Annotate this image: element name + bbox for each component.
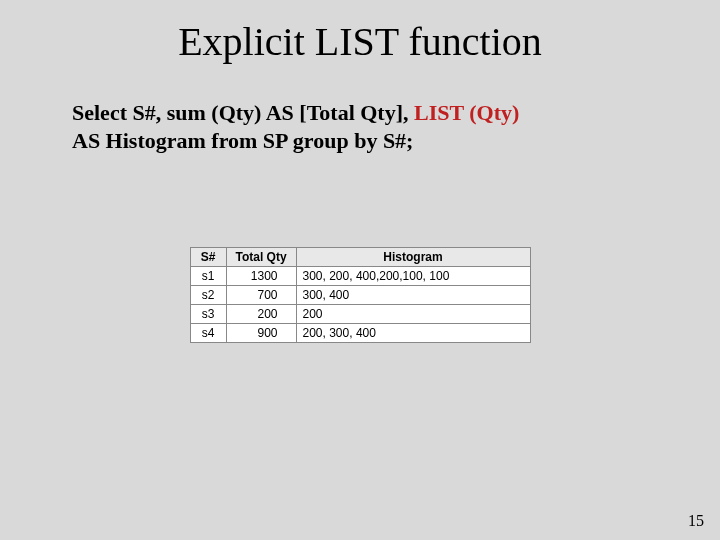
table-row: s3 200 200 bbox=[190, 305, 530, 324]
cell-sn: s2 bbox=[190, 286, 226, 305]
result-table: S# Total Qty Histogram s1 1300 300, 200,… bbox=[190, 247, 531, 343]
cell-tq: 200 bbox=[226, 305, 296, 324]
sql-part-2: AS Histogram from SP group by S#; bbox=[72, 128, 413, 153]
cell-hist: 200 bbox=[296, 305, 530, 324]
page-number: 15 bbox=[688, 512, 704, 530]
col-header-tq: Total Qty bbox=[226, 248, 296, 267]
table-row: s1 1300 300, 200, 400,200,100, 100 bbox=[190, 267, 530, 286]
cell-hist: 300, 400 bbox=[296, 286, 530, 305]
table-header-row: S# Total Qty Histogram bbox=[190, 248, 530, 267]
cell-sn: s3 bbox=[190, 305, 226, 324]
slide: Explicit LIST function Select S#, sum (Q… bbox=[0, 0, 720, 540]
table-row: s4 900 200, 300, 400 bbox=[190, 324, 530, 343]
cell-sn: s4 bbox=[190, 324, 226, 343]
col-header-hist: Histogram bbox=[296, 248, 530, 267]
result-table-wrap: S# Total Qty Histogram s1 1300 300, 200,… bbox=[0, 247, 720, 343]
cell-hist: 200, 300, 400 bbox=[296, 324, 530, 343]
slide-title: Explicit LIST function bbox=[0, 0, 720, 65]
cell-tq: 1300 bbox=[226, 267, 296, 286]
cell-tq: 700 bbox=[226, 286, 296, 305]
sql-statement: Select S#, sum (Qty) AS [Total Qty], LIS… bbox=[72, 99, 648, 155]
col-header-sn: S# bbox=[190, 248, 226, 267]
sql-part-1: Select S#, sum (Qty) AS [Total Qty], bbox=[72, 100, 414, 125]
cell-tq: 900 bbox=[226, 324, 296, 343]
cell-sn: s1 bbox=[190, 267, 226, 286]
sql-highlight: LIST (Qty) bbox=[414, 100, 519, 125]
cell-hist: 300, 200, 400,200,100, 100 bbox=[296, 267, 530, 286]
table-row: s2 700 300, 400 bbox=[190, 286, 530, 305]
